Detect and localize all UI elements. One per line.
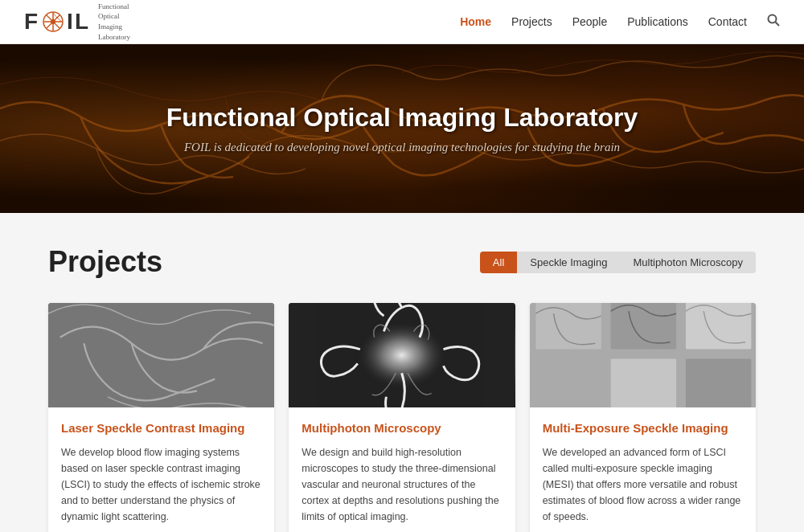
main-content: Projects All Speckle Imaging Multiphoton…: [0, 213, 804, 532]
card-body-1: Laser Speckle Contrast Imaging We develo…: [48, 407, 274, 532]
svg-rect-17: [535, 358, 601, 407]
cards-row: Laser Speckle Contrast Imaging We develo…: [48, 303, 756, 532]
card-image-3: [530, 303, 756, 407]
card-multiphoton: Multiphoton Microscopy We design and bui…: [289, 303, 515, 532]
hero-subtitle: FOIL is dedicated to developing novel op…: [166, 141, 638, 154]
card-text-2: We design and build high-resolution micr…: [302, 444, 502, 525]
svg-point-8: [769, 15, 777, 23]
projects-title: Projects: [48, 245, 162, 279]
card-title-2: Multiphoton Microscopy: [302, 420, 502, 436]
svg-point-7: [51, 19, 55, 24]
svg-point-12: [355, 320, 449, 391]
filter-all[interactable]: All: [480, 252, 517, 273]
card-mesi: Multi-Exposure Speckle Imaging We develo…: [530, 303, 756, 532]
logo-text2: IL: [67, 9, 90, 35]
search-icon[interactable]: [767, 14, 780, 30]
filter-buttons: All Speckle Imaging Multiphoton Microsco…: [480, 252, 756, 273]
card-body-3: Multi-Exposure Speckle Imaging We develo…: [530, 407, 756, 532]
hero-content: Functional Optical Imaging Laboratory FO…: [166, 103, 638, 154]
nav-home[interactable]: Home: [460, 15, 491, 28]
logo-subtitle: Functional Optical Imaging Laboratory: [98, 2, 130, 42]
card-image-2: [289, 303, 515, 407]
card-image-1: [48, 303, 274, 407]
nav-publications[interactable]: Publications: [627, 15, 688, 28]
card-text-3: We developed an advanced form of LSCI ca…: [543, 444, 743, 525]
svg-rect-19: [686, 358, 751, 407]
hero-title: Functional Optical Imaging Laboratory: [166, 103, 638, 133]
logo-icon: [43, 11, 64, 32]
hero-section: Functional Optical Imaging Laboratory FO…: [0, 44, 804, 213]
svg-rect-10: [48, 303, 274, 407]
filter-speckle[interactable]: Speckle Imaging: [517, 252, 620, 273]
card-body-2: Multiphoton Microscopy We design and bui…: [289, 407, 515, 532]
svg-rect-14: [535, 303, 601, 350]
svg-rect-18: [610, 358, 675, 407]
logo-text: F: [24, 9, 39, 35]
nav: Home Projects People Publications Contac…: [460, 14, 780, 30]
card-text-1: We develop blood flow imaging systems ba…: [61, 444, 261, 525]
projects-header: Projects All Speckle Imaging Multiphoton…: [48, 245, 756, 279]
card-title-1: Laser Speckle Contrast Imaging: [61, 420, 261, 436]
logo-area: F IL Functional Optical Imaging: [24, 2, 130, 42]
filter-multiphoton[interactable]: Multiphoton Microscopy: [620, 252, 756, 273]
nav-people[interactable]: People: [572, 15, 608, 28]
header: F IL Functional Optical Imaging: [0, 0, 804, 44]
nav-projects[interactable]: Projects: [511, 15, 552, 28]
card-laser-speckle: Laser Speckle Contrast Imaging We develo…: [48, 303, 274, 532]
card-title-3: Multi-Exposure Speckle Imaging: [543, 420, 743, 436]
nav-contact[interactable]: Contact: [708, 15, 747, 28]
svg-line-9: [776, 23, 780, 27]
